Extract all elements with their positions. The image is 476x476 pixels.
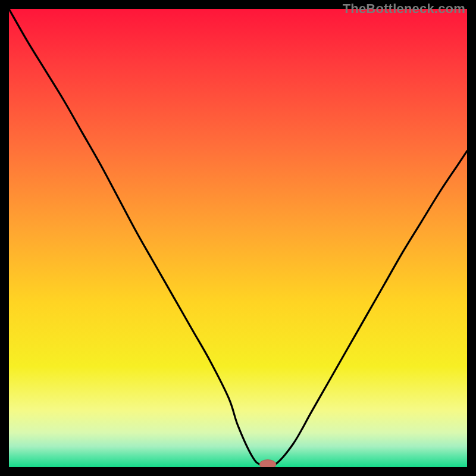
gradient-background <box>9 9 467 467</box>
chart-frame <box>9 9 467 467</box>
optimal-point-marker <box>259 460 276 467</box>
watermark-text: TheBottleneck.com <box>343 1 465 17</box>
bottleneck-plot <box>9 9 467 467</box>
